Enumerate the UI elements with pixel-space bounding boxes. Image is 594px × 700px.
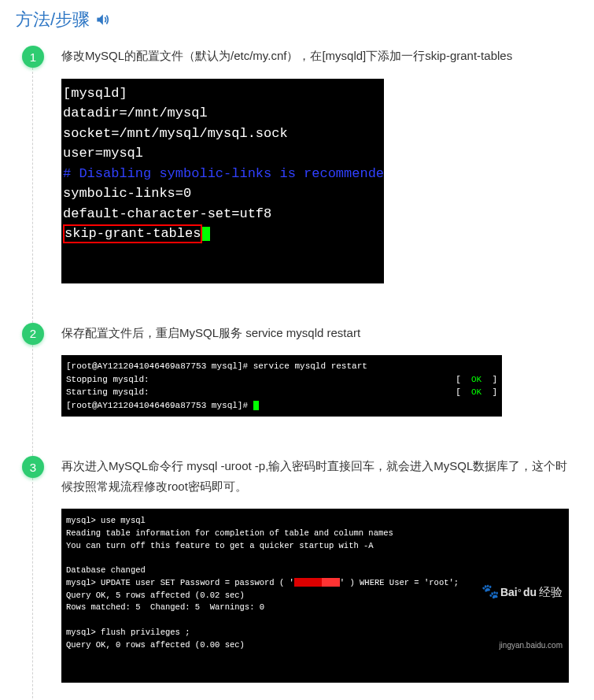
terminal-screenshot: mysql> use mysql Reading table informati… (61, 509, 569, 683)
paw-icon: 🐾 (481, 583, 499, 599)
watermark-url: jingyan.baidu.com (454, 639, 563, 651)
step-number-badge: 1 (22, 46, 44, 68)
step-number-badge: 3 (22, 456, 44, 478)
redacted-password (294, 578, 340, 587)
step-description: 保存配置文件后，重启MySQL服务 service mysqld restart (61, 323, 578, 343)
step-item: 1 修改MySQL的配置文件（默认为/etc/my.cnf），在[mysqld]… (22, 46, 578, 323)
terminal-screenshot: [mysqld] datadir=/mnt/mysql socket=/mnt/… (61, 79, 384, 283)
step-description: 再次进入MySQL命令行 mysql -uroot -p,输入密码时直接回车，就… (61, 456, 578, 496)
connector-line (32, 478, 33, 700)
step-content: 再次进入MySQL命令行 mysql -uroot -p,输入密码时直接回车，就… (61, 456, 578, 683)
step-item: 2 保存配置文件后，重启MySQL服务 service mysqld resta… (22, 323, 578, 457)
step-item: 3 再次进入MySQL命令行 mysql -uroot -p,输入密码时直接回车… (22, 456, 578, 700)
svg-marker-0 (97, 14, 102, 24)
connector-line (32, 345, 33, 457)
cursor-icon (253, 401, 259, 410)
watermark: 🐾Bai°du 经验 jingyan.baidu.com (454, 544, 563, 676)
step-content: 修改MySQL的配置文件（默认为/etc/my.cnf），在[mysqld]下添… (61, 46, 578, 283)
cursor-icon (202, 227, 210, 241)
section-title: 方法/步骤 (16, 8, 90, 31)
step-content: 保存配置文件后，重启MySQL服务 service mysqld restart… (61, 323, 578, 417)
steps-list: 1 修改MySQL的配置文件（默认为/etc/my.cnf），在[mysqld]… (22, 46, 578, 700)
audio-icon[interactable] (94, 12, 110, 28)
section-header: 方法/步骤 (16, 8, 578, 31)
connector-line (32, 68, 33, 323)
step-number-badge: 2 (22, 323, 44, 345)
step-description: 修改MySQL的配置文件（默认为/etc/my.cnf），在[mysqld]下添… (61, 46, 578, 66)
terminal-screenshot: [root@AY1212041046469a87753 mysql]# serv… (61, 355, 502, 417)
highlighted-config-line: skip-grant-tables (63, 224, 202, 243)
